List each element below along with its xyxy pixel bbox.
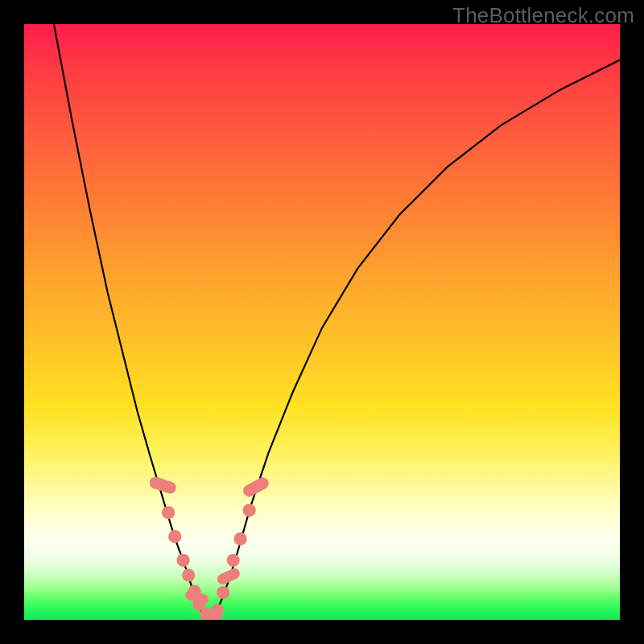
data-marker (182, 568, 195, 581)
data-marker-pill (241, 475, 270, 498)
data-marker (227, 554, 240, 567)
curve-right-curve (215, 60, 620, 615)
data-marker (177, 554, 190, 567)
data-marker (234, 532, 247, 545)
curve-layer (54, 24, 620, 615)
data-marker-pill (148, 475, 178, 495)
chart-svg (24, 24, 620, 620)
data-marker (168, 530, 181, 543)
data-marker (162, 506, 175, 519)
data-marker-pill (201, 609, 223, 620)
data-marker (243, 504, 256, 517)
marker-layer (148, 475, 271, 620)
plot-area (24, 24, 620, 620)
chart-frame: TheBottleneck.com (0, 0, 644, 644)
curve-left-curve (54, 24, 203, 615)
data-marker (217, 586, 229, 599)
